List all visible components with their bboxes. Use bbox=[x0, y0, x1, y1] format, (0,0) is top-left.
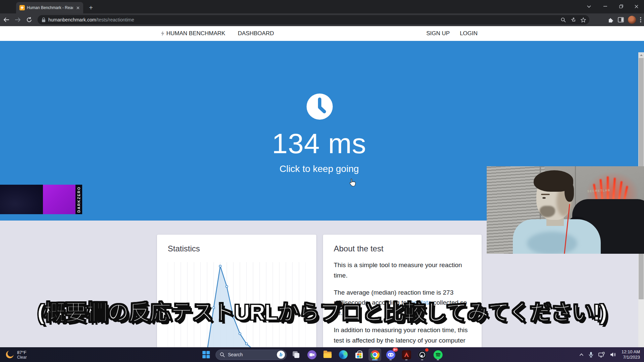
bookmark-star-icon[interactable] bbox=[581, 17, 586, 22]
person-eyebrow bbox=[541, 194, 550, 195]
tab-title: Human Benchmark - Reaction Ti bbox=[27, 5, 73, 10]
taskbar-center: Search b 9+ bbox=[200, 347, 444, 362]
tray-date: 7/1/2023 bbox=[622, 355, 640, 360]
tray-clock[interactable]: 12:10 AM 7/1/2023 bbox=[622, 349, 640, 360]
taskbar-app-chrome[interactable] bbox=[369, 348, 381, 361]
site-header: HUMAN BENCHMARK DASHBOARD SIGN UP LOGIN bbox=[0, 26, 644, 41]
running-indicator bbox=[389, 359, 392, 360]
kebab-menu-icon[interactable] bbox=[640, 17, 641, 22]
task-view-button[interactable] bbox=[290, 348, 303, 361]
running-indicator bbox=[421, 359, 423, 360]
search-label: Search bbox=[228, 352, 274, 357]
header-right-nav: SIGN UP LOGIN bbox=[426, 30, 478, 37]
hand-cursor-icon bbox=[349, 178, 356, 187]
taskbar-app-video-chat[interactable] bbox=[306, 348, 318, 361]
darkzero-purple-panel bbox=[43, 185, 75, 214]
statistics-title: Statistics bbox=[168, 244, 306, 253]
taskbar-app-apex-legends[interactable] bbox=[400, 348, 413, 361]
spotify-icon bbox=[433, 350, 442, 359]
profile-avatar[interactable] bbox=[628, 16, 636, 24]
taskbar-app-discord[interactable]: 9+ bbox=[384, 348, 397, 361]
edge-icon bbox=[339, 350, 348, 359]
darkzero-stream-overlay: DARKZERO bbox=[0, 185, 82, 214]
darkzero-label: DARKZERO bbox=[77, 186, 81, 213]
tray-network-icon[interactable] bbox=[598, 352, 605, 358]
weather-temp: 87°F bbox=[17, 350, 27, 355]
nav-login[interactable]: LOGIN bbox=[460, 30, 478, 37]
recording-badge bbox=[425, 348, 429, 352]
apex-legends-icon bbox=[402, 350, 411, 359]
url-domain: humanbenchmark.com bbox=[48, 17, 96, 22]
taskbar-search-box[interactable]: Search b bbox=[216, 350, 287, 360]
weather-text: 87°F Clear bbox=[17, 350, 27, 360]
weather-widget[interactable]: 87°F Clear bbox=[5, 350, 27, 360]
reload-icon[interactable] bbox=[24, 15, 34, 25]
nav-signup[interactable]: SIGN UP bbox=[426, 30, 450, 37]
person-eye bbox=[542, 197, 546, 199]
hoodie-shading bbox=[527, 232, 577, 254]
discord-notification-badge: 9+ bbox=[392, 348, 398, 352]
url-text: humanbenchmark.com/tests/reactiontime bbox=[48, 17, 556, 22]
start-button[interactable] bbox=[200, 348, 213, 361]
clock-icon bbox=[307, 94, 333, 120]
folder-icon bbox=[324, 352, 332, 358]
forward-icon[interactable] bbox=[13, 15, 23, 25]
browser-titlebar: Human Benchmark - Reaction Ti + bbox=[0, 0, 644, 13]
taskbar-app-file-explorer[interactable] bbox=[321, 348, 334, 361]
store-bag-icon bbox=[356, 353, 363, 358]
window-restore-button[interactable] bbox=[613, 0, 629, 13]
search-icon[interactable] bbox=[561, 17, 566, 22]
brand[interactable]: HUMAN BENCHMARK bbox=[161, 30, 225, 37]
webcam-overlay: SECRETLAB bbox=[487, 166, 644, 254]
extensions-puzzle-icon[interactable] bbox=[608, 17, 614, 23]
about-paragraph-1: This is a simple tool to measure your re… bbox=[334, 260, 471, 281]
window-minimize-button[interactable] bbox=[597, 0, 613, 13]
lock-icon bbox=[42, 17, 46, 22]
darkzero-video-thumb bbox=[0, 185, 43, 214]
obs-icon bbox=[418, 350, 427, 359]
tab-search-chevron-icon[interactable] bbox=[581, 0, 597, 13]
darkzero-label-strip: DARKZERO bbox=[75, 185, 82, 214]
nav-dashboard[interactable]: DASHBOARD bbox=[238, 30, 274, 37]
new-tab-button[interactable]: + bbox=[87, 3, 95, 12]
search-icon bbox=[220, 352, 225, 357]
tray-time: 12:10 AM bbox=[622, 349, 640, 355]
share-icon[interactable] bbox=[571, 17, 576, 22]
running-indicator bbox=[405, 359, 408, 360]
tray-speaker-icon[interactable] bbox=[610, 352, 616, 357]
system-tray: 12:10 AM 7/1/2023 bbox=[579, 349, 640, 360]
chrome-icon bbox=[370, 350, 379, 359]
brand-label: HUMAN BENCHMARK bbox=[166, 30, 225, 37]
person-hair-side bbox=[565, 182, 574, 202]
url-path: /tests/reactiontime bbox=[96, 17, 134, 22]
back-icon[interactable] bbox=[1, 15, 11, 25]
taskbar-app-obs-studio[interactable] bbox=[416, 348, 429, 361]
lightning-icon bbox=[161, 31, 164, 36]
reaction-score: 134 ms bbox=[0, 127, 638, 160]
scrollbar-up-arrow-icon[interactable] bbox=[638, 52, 644, 58]
about-title: About the test bbox=[334, 244, 471, 253]
windows-logo-icon bbox=[203, 351, 210, 358]
weather-condition: Clear bbox=[17, 355, 27, 360]
chrome-active-indicator bbox=[372, 359, 378, 360]
video-camera-icon bbox=[307, 350, 316, 359]
browser-tab[interactable]: Human Benchmark - Reaction Ti bbox=[16, 2, 83, 13]
bing-icon: b bbox=[277, 351, 285, 359]
tab-close-icon[interactable] bbox=[75, 5, 80, 10]
taskbar-app-spotify[interactable] bbox=[432, 348, 444, 361]
tray-chevron-up-icon[interactable] bbox=[579, 353, 584, 356]
tab-favicon-lightning-icon bbox=[19, 5, 25, 10]
japanese-subtitle: (概要欄の反応テストURLからプロと比較してみてください!) bbox=[0, 295, 644, 326]
crescent-moon-icon bbox=[5, 350, 14, 359]
window-close-button[interactable] bbox=[629, 0, 644, 13]
address-bar[interactable]: humanbenchmark.com/tests/reactiontime bbox=[38, 15, 589, 24]
tray-microphone-icon[interactable] bbox=[589, 352, 593, 358]
side-panel-icon[interactable] bbox=[618, 17, 624, 22]
taskbar-app-microsoft-store[interactable] bbox=[353, 348, 366, 361]
toolbar-right-cluster bbox=[608, 15, 641, 24]
running-indicator bbox=[437, 359, 439, 360]
taskbar-app-edge[interactable] bbox=[337, 348, 350, 361]
windows-taskbar: 87°F Clear Search b bbox=[0, 347, 644, 362]
person-beard bbox=[540, 206, 555, 217]
